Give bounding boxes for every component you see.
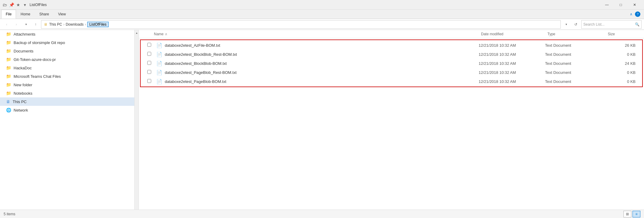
file-size: 0 KB (605, 70, 642, 75)
close-button[interactable]: ✕ (628, 0, 642, 10)
ribbon-chevron: ∧ ? (630, 11, 643, 17)
folder-icon-title: 🗁 (2, 2, 7, 7)
file-size: 0 KB (605, 52, 642, 57)
ribbon-tabs: File Home Share View ∧ ? (0, 10, 644, 19)
folder-icon: 📁 (6, 49, 11, 53)
sidebar: 📁 Attachments 📁 Backup of storsimple Git… (0, 30, 139, 210)
breadcrumb: 🖥 This PC › Downloads › ListOfFiles (41, 20, 561, 29)
window-title: ListOfFiles (30, 3, 600, 7)
file-row[interactable]: 📄 databoxe2etest_AzFile-BOM.txt 12/21/20… (141, 41, 642, 50)
file-checkbox-3[interactable] (147, 61, 155, 66)
dropdown-recent-button[interactable]: ▾ (22, 20, 30, 29)
sidebar-item-documents[interactable]: 📁 Documents (0, 47, 139, 55)
breadcrumb-downloads[interactable]: Downloads (66, 22, 84, 27)
column-name[interactable]: Name ∧ (154, 32, 481, 36)
sidebar-label: Backup of storsimple Git repo (14, 40, 65, 45)
sidebar-label: Network (14, 108, 28, 112)
file-name: databoxe2etest_BlockBlob_Rest-BOM.txt (165, 52, 479, 57)
search-icon[interactable]: 🔍 (635, 22, 639, 27)
search-box: Search List... 🔍 (581, 20, 642, 29)
file-checkbox-5[interactable] (147, 79, 155, 84)
file-row[interactable]: 📄 databoxe2etest_BlockBlob_Rest-BOM.txt … (141, 50, 642, 59)
file-date: 12/21/2018 10:32 AM (479, 52, 545, 57)
breadcrumb-listoffiles[interactable]: ListOfFiles (87, 22, 109, 27)
main-content: 📁 Attachments 📁 Backup of storsimple Git… (0, 30, 644, 210)
sidebar-item-git-token[interactable]: 📁 Git-Token-azure-docs-pr (0, 55, 139, 64)
sidebar-item-teams[interactable]: 📁 Microsoft Teams Chat Files (0, 72, 139, 81)
title-bar: 🗁 📌 ★ ▾ ListOfFiles — □ ✕ (0, 0, 644, 10)
file-type: Text Document (545, 70, 605, 75)
ribbon-help-icon[interactable]: ? (635, 11, 640, 17)
address-dropdown-button[interactable]: ▾ (562, 20, 570, 29)
file-checkbox-4[interactable] (147, 70, 155, 75)
item-count: 5 items (4, 212, 15, 216)
minimize-button[interactable]: — (600, 0, 614, 10)
up-button[interactable]: ↑ (31, 20, 40, 29)
refresh-button[interactable]: ↺ (572, 20, 580, 29)
file-date: 12/21/2018 10:32 AM (479, 43, 545, 48)
file-row[interactable]: 📄 databoxe2etest_PageBlob-BOM.txt 12/21/… (141, 77, 642, 86)
maximize-button[interactable]: □ (614, 0, 628, 10)
address-right: ▾ ↺ Search List... 🔍 (562, 20, 642, 29)
sidebar-item-notebooks[interactable]: 📁 Notebooks (0, 89, 139, 97)
sidebar-item-this-pc[interactable]: 🖥 This PC (0, 97, 139, 106)
scroll-up-arrow[interactable]: ▲ (135, 30, 139, 36)
file-checkbox-1[interactable] (147, 43, 155, 48)
file-date: 12/21/2018 10:32 AM (479, 70, 545, 75)
file-type: Text Document (545, 61, 605, 66)
status-bar: 5 items ⊞ ≡ (0, 210, 644, 218)
file-selection-box: 📄 databoxe2etest_AzFile-BOM.txt 12/21/20… (140, 39, 643, 87)
sidebar-label: Attachments (14, 32, 35, 36)
window-controls: — □ ✕ (600, 0, 642, 10)
forward-button[interactable]: › (12, 20, 21, 29)
sidebar-item-attachments[interactable]: 📁 Attachments (0, 30, 139, 38)
file-icon: 📄 (156, 52, 162, 57)
folder-icon: 📁 (6, 74, 11, 79)
sidebar-item-new-folder[interactable]: 📁 New folder (0, 81, 139, 89)
sidebar-item-network[interactable]: 🌐 Network (0, 106, 139, 114)
sort-arrow: ∧ (165, 32, 167, 36)
sidebar-label: This PC (13, 100, 27, 104)
folder-icon: 📁 (6, 57, 11, 62)
sidebar-label: Documents (14, 49, 33, 53)
details-view-button[interactable]: ≡ (633, 211, 640, 217)
tab-file[interactable]: File (1, 10, 16, 19)
network-icon: 🌐 (6, 108, 11, 112)
folder-icon: 📁 (6, 32, 11, 36)
folder-icon: 📁 (6, 65, 11, 70)
file-name: databoxe2etest_BlockBlob-BOM.txt (165, 61, 479, 66)
dropdown-icon: ▾ (22, 2, 27, 7)
file-name: databoxe2etest_PageBlob-BOM.txt (165, 79, 479, 84)
file-size: 0 KB (605, 79, 642, 84)
sidebar-label: New folder (14, 83, 32, 87)
sidebar-item-backup[interactable]: 📁 Backup of storsimple Git repo (0, 38, 139, 47)
breadcrumb-this-pc[interactable]: This PC (49, 22, 62, 27)
back-button[interactable]: ‹ (2, 20, 11, 29)
file-area: Name ∧ Date modified Type Size 📄 databox… (139, 30, 644, 210)
sidebar-label: HackaDoc (14, 66, 32, 70)
sidebar-label: Microsoft Teams Chat Files (14, 74, 61, 79)
file-row[interactable]: 📄 databoxe2etest_BlockBlob-BOM.txt 12/21… (141, 59, 642, 68)
tab-view[interactable]: View (53, 10, 70, 19)
file-size: 24 KB (605, 61, 642, 66)
sidebar-scrollbar[interactable]: ▲ (134, 30, 139, 210)
sidebar-item-hackadoc[interactable]: 📁 HackaDoc (0, 64, 139, 72)
tab-share[interactable]: Share (35, 10, 53, 19)
large-icon-view-button[interactable]: ⊞ (623, 211, 631, 217)
search-placeholder: Search List... (583, 22, 604, 27)
file-date: 12/21/2018 10:32 AM (479, 61, 545, 66)
tab-home[interactable]: Home (16, 10, 35, 19)
file-checkbox-2[interactable] (147, 52, 155, 57)
column-date-modified[interactable]: Date modified (481, 32, 547, 36)
file-name: databoxe2etest_PageBlob_Rest-BOM.txt (165, 70, 479, 75)
file-icon: 📄 (156, 70, 162, 75)
column-size[interactable]: Size (608, 32, 644, 36)
ribbon-collapse-icon[interactable]: ∧ (630, 12, 633, 16)
column-type[interactable]: Type (547, 32, 608, 36)
view-buttons: ⊞ ≡ (623, 211, 640, 217)
file-type: Text Document (545, 43, 605, 48)
file-type: Text Document (545, 79, 605, 84)
file-row[interactable]: 📄 databoxe2etest_PageBlob_Rest-BOM.txt 1… (141, 68, 642, 77)
file-icon: 📄 (156, 61, 162, 66)
title-bar-icons: 🗁 📌 ★ ▾ (2, 2, 27, 7)
